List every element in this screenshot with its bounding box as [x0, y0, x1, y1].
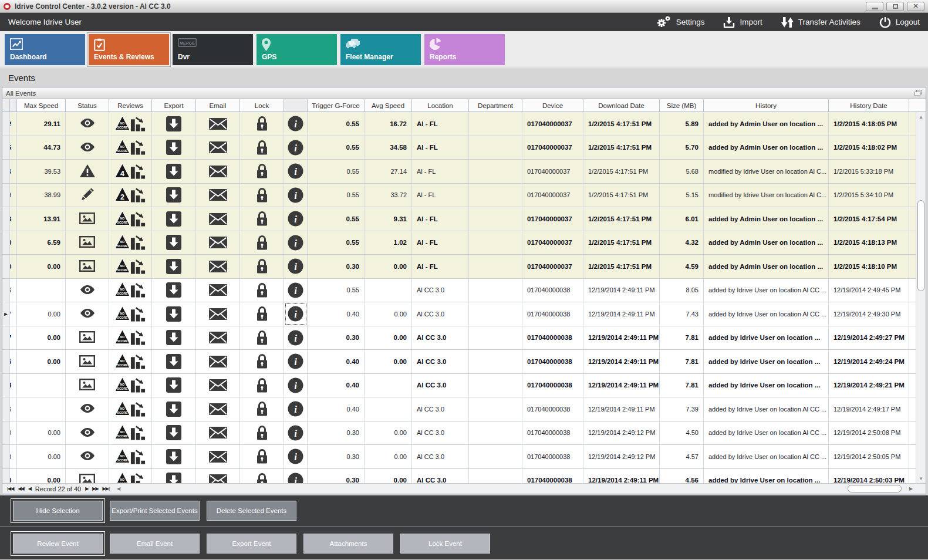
info-button[interactable]: i: [284, 469, 308, 484]
lock-button[interactable]: [240, 160, 284, 183]
email-button[interactable]: [196, 231, 240, 255]
vertical-scroll-thumb[interactable]: [917, 200, 924, 291]
column-header-status[interactable]: Status: [66, 99, 109, 112]
review-score[interactable]: NOSCORE: [109, 326, 152, 350]
info-button[interactable]: i: [284, 421, 308, 445]
email-button[interactable]: [196, 255, 240, 278]
email-button[interactable]: [196, 469, 240, 484]
minimize-button[interactable]: [866, 2, 883, 11]
table-row[interactable]: 6NOSCOREi0.40Al CC 3.001704000003812/19/…: [2, 397, 926, 421]
tab-dashboard[interactable]: Dashboard: [5, 34, 85, 65]
export-button[interactable]: [152, 184, 196, 207]
lock-button[interactable]: [240, 279, 284, 302]
export-button[interactable]: [152, 374, 196, 397]
lock-button[interactable]: [240, 136, 284, 160]
table-row[interactable]: 70.00NOSCOREi0.300.00Al CC 3.00170400000…: [2, 326, 926, 350]
info-button[interactable]: i: [284, 231, 308, 255]
review-score[interactable]: NOSCORE: [109, 136, 152, 160]
column-header-export[interactable]: Export: [152, 99, 196, 112]
review-score[interactable]: NOSCORE: [109, 302, 152, 326]
review-score[interactable]: NOSCORE: [109, 279, 152, 302]
table-row[interactable]: 00.00NOSCOREi0.300.00Al - FL017040000037…: [2, 255, 926, 279]
column-header-department[interactable]: Department: [469, 99, 522, 112]
lock-button[interactable]: [240, 184, 284, 207]
scroll-right-icon[interactable]: ▶: [906, 486, 916, 491]
import-button[interactable]: Import: [723, 16, 762, 28]
scroll-down-icon[interactable]: ▼: [916, 474, 926, 483]
next-record-button[interactable]: ▶: [85, 486, 88, 491]
lock-button[interactable]: [240, 421, 284, 445]
email-button[interactable]: [196, 326, 240, 350]
export-button[interactable]: [152, 160, 196, 183]
tab-fleet-manager[interactable]: Fleet Manager: [340, 34, 421, 65]
table-row[interactable]: 60.00NOSCOREi0.400.00Al CC 3.00170400000…: [2, 350, 926, 374]
export-button[interactable]: [152, 469, 196, 484]
info-button[interactable]: i: [284, 184, 308, 207]
prev-page-button[interactable]: ◀◀: [18, 486, 23, 491]
first-record-button[interactable]: |◀◀: [7, 486, 14, 491]
email-button[interactable]: [196, 421, 240, 445]
column-header-download_date[interactable]: Download Date: [583, 99, 660, 112]
panel-restore-button[interactable]: [914, 90, 922, 96]
lock-button[interactable]: [240, 255, 284, 278]
info-button[interactable]: i: [284, 350, 308, 373]
logout-button[interactable]: Logout: [879, 16, 920, 28]
column-header-size_mb[interactable]: Size (MB): [660, 99, 704, 112]
scroll-up-icon[interactable]: ▲: [916, 112, 926, 122]
table-row[interactable]: 613.91NOSCOREi0.559.31Al - FL01704000003…: [2, 207, 926, 231]
last-record-button[interactable]: ▶▶|: [103, 486, 109, 491]
delete-selected-events-button[interactable]: Delete Selected Events: [207, 501, 296, 521]
review-score[interactable]: NOSCORE: [109, 112, 152, 136]
export-event-button[interactable]: Export Event: [207, 534, 296, 554]
table-row[interactable]: ►70.00NOSCOREi0.400.00Al CC 3.0017040000…: [2, 302, 926, 326]
column-header-max_speed[interactable]: Max Speed: [17, 99, 66, 112]
column-header-reviews[interactable]: Reviews: [109, 99, 152, 112]
tab-reports[interactable]: Reports: [424, 34, 505, 65]
lock-button[interactable]: [240, 302, 284, 326]
table-row[interactable]: 439.534i0.5527.14Al - FL0170400000371/2/…: [2, 160, 926, 184]
review-score[interactable]: 2: [109, 184, 152, 207]
review-event-button[interactable]: Review Event: [13, 534, 103, 554]
export-button[interactable]: [152, 112, 196, 136]
table-row[interactable]: 229.11NOSCOREi0.5516.72Al - FL0170400000…: [2, 112, 926, 136]
export-button[interactable]: [152, 231, 196, 255]
vertical-scrollbar[interactable]: ▲ ▼: [916, 112, 926, 483]
email-event-button[interactable]: Email Event: [110, 534, 200, 554]
column-header-lock[interactable]: Lock: [240, 99, 284, 112]
column-header-email[interactable]: Email: [196, 99, 240, 112]
lock-button[interactable]: [240, 445, 284, 468]
info-button[interactable]: i: [284, 374, 308, 397]
review-score[interactable]: NOSCORE: [109, 350, 152, 373]
table-row[interactable]: 06.59NOSCOREi0.551.02Al - FL017040000037…: [2, 231, 926, 255]
tab-dvr[interactable]: MERGEDvr: [173, 34, 253, 65]
lock-button[interactable]: [240, 469, 284, 484]
column-header-history[interactable]: History: [704, 99, 829, 112]
review-score[interactable]: 4: [109, 160, 152, 183]
info-button[interactable]: i: [284, 326, 308, 350]
table-row[interactable]: 938.992i0.5533.72Al - FL0170400000371/2/…: [2, 184, 926, 208]
export-button[interactable]: [152, 302, 196, 326]
info-button[interactable]: i: [284, 255, 308, 278]
review-score[interactable]: NOSCORE: [109, 469, 152, 484]
export-button[interactable]: [152, 207, 196, 231]
table-row[interactable]: 80.00NOSCOREi0.300.00Al CC 3.00170400000…: [2, 445, 926, 469]
lock-button[interactable]: [240, 207, 284, 231]
email-button[interactable]: [196, 279, 240, 302]
info-button[interactable]: i: [284, 445, 308, 468]
lock-button[interactable]: [240, 231, 284, 255]
horizontal-scrollbar[interactable]: ◀ ▶: [114, 484, 926, 494]
info-button[interactable]: i: [284, 207, 308, 231]
lock-button[interactable]: [240, 112, 284, 136]
review-score[interactable]: NOSCORE: [109, 445, 152, 468]
info-button[interactable]: i: [284, 397, 308, 421]
info-button[interactable]: i: [284, 112, 308, 136]
table-row[interactable]: 644.73NOSCOREi0.5534.58Al - FL0170400000…: [2, 136, 926, 160]
table-row[interactable]: 00.00NOSCOREi0.300.00Al CC 3.00170400000…: [2, 469, 926, 484]
table-row[interactable]: 00.00NOSCOREi0.300.00Al CC 3.00170400000…: [2, 421, 926, 446]
column-header-device[interactable]: Device: [522, 99, 583, 112]
export-button[interactable]: [152, 255, 196, 278]
maximize-button[interactable]: [886, 2, 904, 11]
email-button[interactable]: [196, 302, 240, 326]
info-button[interactable]: i: [284, 160, 308, 183]
lock-button[interactable]: [240, 350, 284, 373]
